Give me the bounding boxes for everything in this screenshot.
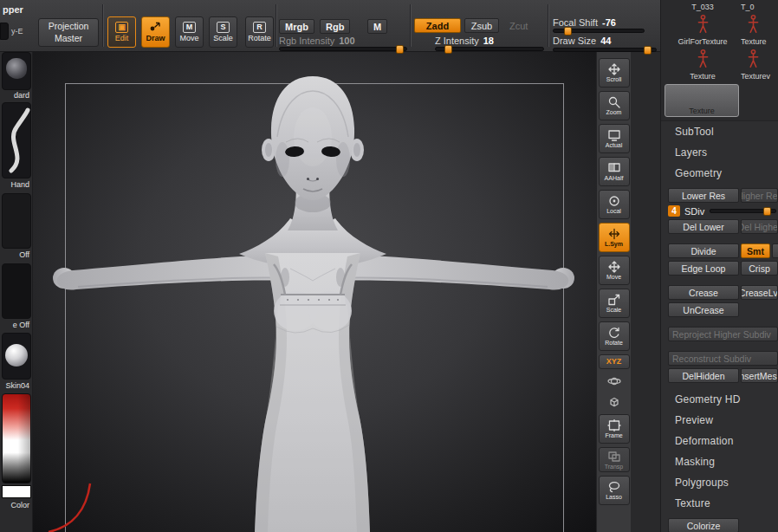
section-polygroups[interactable]: Polygroups [661, 472, 778, 493]
sdiv-slider[interactable] [710, 209, 776, 213]
m-button[interactable]: M [367, 19, 387, 34]
rotate-icon: R [253, 22, 266, 33]
xyz-button[interactable]: XYZ [599, 354, 630, 369]
zoom-icon [607, 96, 621, 108]
move-icon: M [183, 22, 196, 33]
uncrease-button[interactable]: UnCrease [668, 302, 739, 317]
edit-button[interactable]: ▣ Edit [107, 16, 136, 48]
toolbar-separator [410, 4, 411, 47]
stroke-icon [3, 103, 31, 178]
viewport-canvas[interactable] [33, 52, 596, 532]
texture-thumbnail[interactable] [2, 263, 31, 319]
pivot-sphere-button[interactable] [604, 373, 625, 390]
rotate-button[interactable]: R Rotate [245, 16, 274, 48]
focal-shift-handle[interactable] [564, 27, 572, 36]
reconstruct-button: Reconstruct Subdiv [668, 351, 778, 366]
local-button[interactable]: Local [599, 190, 630, 219]
sdiv-handle[interactable] [763, 207, 771, 216]
aahalf-button[interactable]: AAHalf [599, 157, 630, 186]
material-thumbnail[interactable] [2, 333, 31, 380]
thumb-caption: Texture [665, 71, 741, 81]
thumb-caption: T_0 [741, 2, 778, 12]
lsym-button[interactable]: L.Sym [599, 223, 630, 252]
left-shelf: dard Hand Off e Off Skin04 Color [0, 52, 33, 532]
section-preview[interactable]: Preview [661, 410, 778, 431]
frame-button[interactable]: Frame [599, 414, 630, 444]
thumb-caption: Texturev [741, 71, 778, 81]
draw-size-handle[interactable] [644, 46, 652, 55]
tool-thumbnail[interactable] [665, 12, 741, 36]
zsub-button[interactable]: Zsub [464, 18, 499, 33]
draw-size-label: Draw Size44 [553, 36, 611, 46]
smt-toggle[interactable]: Smt [741, 243, 770, 258]
draw-button[interactable]: Draw [141, 16, 170, 48]
draw-size-slider[interactable] [553, 48, 657, 52]
edit-icon: ▣ [115, 22, 128, 33]
partial-thumbnail[interactable] [0, 23, 9, 40]
projection-master-button[interactable]: Projection Master [38, 18, 99, 47]
mrgb-button[interactable]: Mrgb [279, 19, 314, 34]
rgb-intensity-handle[interactable] [396, 45, 404, 54]
move-gyro-icon [607, 261, 621, 273]
stroke-thumbnail[interactable] [2, 102, 31, 178]
rgb-button[interactable]: Rgb [320, 19, 350, 34]
reproject-button: Reproject Higher Subdiv [668, 327, 778, 341]
transp-button[interactable]: Transp [599, 447, 630, 472]
zcut-button[interactable]: Zcut [509, 21, 528, 31]
focal-shift-label: Focal Shift-76 [553, 17, 616, 28]
transp-icon [607, 451, 621, 463]
z-intensity-handle[interactable] [444, 45, 452, 54]
crease-button[interactable]: Crease [668, 285, 739, 300]
current-color-swatch[interactable] [2, 485, 31, 498]
crisp-toggle[interactable]: Crisp [741, 261, 778, 276]
del-hidden-button[interactable]: DelHidden [668, 368, 739, 383]
move-button[interactable]: M Move [175, 16, 204, 48]
section-geometry[interactable]: Geometry [661, 163, 778, 184]
edge-loop-button[interactable]: Edge Loop [668, 261, 739, 276]
brush-icon [6, 58, 27, 79]
divide-extra-button[interactable] [772, 243, 778, 258]
section-masking[interactable]: Masking [661, 451, 778, 472]
z-intensity-slider[interactable] [435, 47, 544, 51]
sculpt-viewport [33, 52, 596, 532]
rotate-gyro-button[interactable]: Rotate [599, 321, 630, 351]
rgb-intensity-slider[interactable] [279, 47, 407, 51]
section-texture[interactable]: Texture [661, 493, 778, 514]
divide-button[interactable]: Divide [668, 243, 739, 258]
focal-shift-slider[interactable] [553, 29, 645, 33]
move-gyro-button[interactable]: Move [599, 256, 630, 285]
toolbar-separator [276, 4, 276, 47]
lower-res-button[interactable]: Lower Res [668, 188, 739, 203]
section-subtool[interactable]: SubTool [661, 121, 778, 142]
scale-gyro-icon [607, 294, 621, 306]
selected-tool-thumbnail[interactable]: Texture [665, 84, 739, 117]
del-higher-button: Del Higher [741, 219, 778, 234]
colorize-button[interactable]: Colorize [668, 518, 739, 532]
scale-gyro-button[interactable]: Scale [599, 289, 630, 318]
alpha-thumbnail[interactable] [2, 193, 31, 249]
scroll-button[interactable]: Scroll [599, 58, 630, 88]
brush-thumbnail[interactable] [2, 52, 31, 90]
insert-mesh-button[interactable]: InsertMesh [741, 368, 778, 383]
actual-button[interactable]: Actual [599, 124, 630, 153]
color-picker[interactable] [2, 393, 31, 483]
section-layers[interactable]: Layers [661, 142, 778, 163]
selected-thumb-caption: Texture [689, 106, 715, 116]
lasso-button[interactable]: Lasso [599, 476, 630, 505]
del-lower-button[interactable]: Del Lower [668, 219, 739, 234]
toolbar-separator [102, 4, 103, 47]
section-geometry-hd[interactable]: Geometry HD [661, 389, 778, 410]
tool-thumbnail[interactable] [741, 47, 778, 71]
toolbar-separator [548, 4, 548, 47]
tool-thumbnails: T_033 T_0 GirlForTexture Texture Texture [661, 0, 778, 121]
tool-thumbnail[interactable] [665, 47, 741, 71]
higher-res-button: Higher Res [741, 188, 778, 203]
cube-view-button[interactable] [604, 393, 625, 411]
tool-thumbnail[interactable] [741, 12, 778, 36]
scale-button[interactable]: S Scale [209, 16, 237, 48]
zoom-button[interactable]: Zoom [599, 91, 630, 120]
section-deformation[interactable]: Deformation [661, 431, 778, 451]
crease-lvl-button[interactable]: CreaseLvl [741, 285, 778, 300]
zadd-button[interactable]: Zadd [414, 18, 461, 33]
thumb-caption: Texture [741, 36, 778, 47]
